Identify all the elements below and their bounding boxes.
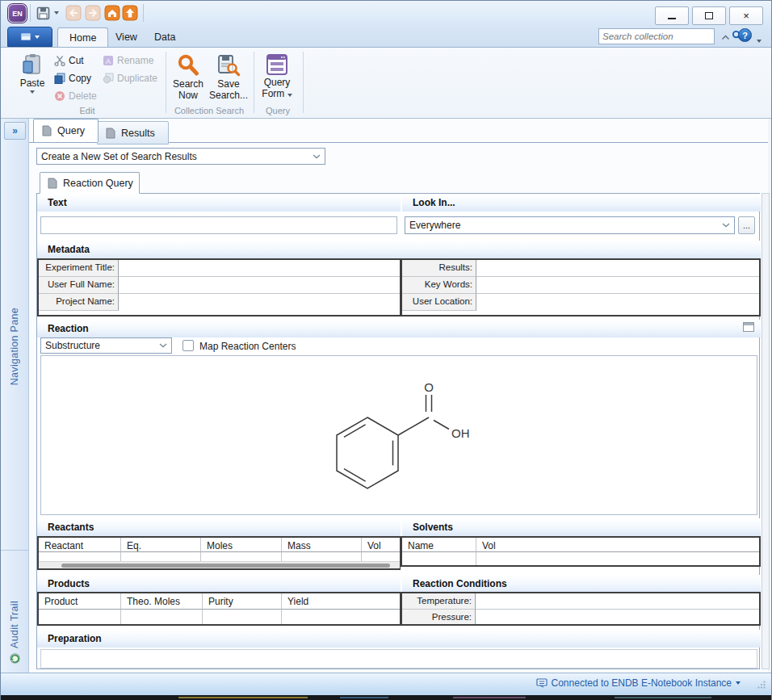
purity-cell[interactable] bbox=[203, 610, 282, 624]
tab-reaction-query[interactable]: Reaction Query bbox=[40, 172, 140, 194]
results-set-dropdown[interactable]: Create a New Set of Search Results bbox=[36, 148, 325, 165]
app-logo-text: EN bbox=[12, 10, 23, 18]
paste-button[interactable]: Paste bbox=[14, 51, 51, 112]
close-button[interactable]: × bbox=[729, 6, 763, 25]
group-separator bbox=[166, 52, 166, 113]
save-dropdown-caret-icon[interactable] bbox=[52, 5, 61, 21]
save-search-label: Save Search... bbox=[208, 79, 249, 102]
expand-navigation-icon[interactable]: » bbox=[4, 122, 26, 140]
vertical-scrollbar[interactable] bbox=[762, 193, 770, 669]
query-form-icon bbox=[266, 53, 288, 76]
search-type-value: Substructure bbox=[45, 340, 100, 351]
tab-results[interactable]: Results bbox=[97, 121, 169, 145]
connection-status[interactable]: Connected to ENDB E-Notebook Instance bbox=[536, 677, 741, 689]
rename-button[interactable]: A Rename bbox=[103, 52, 153, 69]
save-search-button[interactable]: Save Search... bbox=[208, 51, 249, 112]
project-name-label: Project Name: bbox=[39, 294, 119, 311]
reactants-horizontal-scrollbar[interactable] bbox=[39, 561, 400, 568]
save-icon[interactable] bbox=[35, 5, 51, 21]
reaction-conditions-table: Temperature: Pressure: bbox=[401, 592, 761, 626]
reactants-col-mass: Mass bbox=[282, 538, 362, 552]
home-icon[interactable] bbox=[104, 5, 120, 21]
help-dropdown-caret-icon[interactable] bbox=[757, 33, 762, 45]
look-in-dropdown[interactable]: Everywhere bbox=[405, 216, 735, 234]
results-field[interactable] bbox=[476, 260, 759, 277]
mass-cell[interactable] bbox=[282, 552, 362, 561]
tab-view[interactable]: View bbox=[104, 27, 149, 47]
main-area: Query Results Create a New Set of Search… bbox=[29, 119, 768, 673]
search-now-button[interactable]: Search Now bbox=[170, 51, 207, 112]
status-bar: Connected to ENDB E-Notebook Instance bbox=[1, 673, 771, 695]
pressure-label: Pressure: bbox=[402, 610, 476, 624]
preparation-field[interactable] bbox=[40, 649, 757, 669]
results-set-dropdown-value: Create a New Set of Search Results bbox=[41, 151, 197, 162]
products-col-yield: Yield bbox=[282, 593, 400, 610]
forward-icon[interactable] bbox=[85, 5, 101, 21]
structure-search-type-dropdown[interactable]: Substructure bbox=[40, 337, 172, 354]
look-in-browse-button[interactable]: ... bbox=[738, 216, 755, 234]
benzoic-acid-structure: O OH bbox=[41, 356, 757, 514]
solvent-name-cell[interactable] bbox=[402, 552, 476, 565]
maximize-button[interactable] bbox=[692, 6, 726, 25]
theo-moles-cell[interactable] bbox=[121, 610, 203, 624]
text-query-input[interactable] bbox=[40, 216, 397, 234]
sidebar-item-navigation-pane[interactable]: Navigation Pane bbox=[1, 143, 28, 550]
user-location-field[interactable] bbox=[476, 294, 759, 311]
scissors-icon bbox=[54, 55, 65, 66]
experiment-title-field[interactable] bbox=[119, 260, 400, 277]
collapse-ribbon-icon[interactable] bbox=[721, 31, 730, 43]
key-words-field[interactable] bbox=[476, 277, 759, 294]
tab-data[interactable]: Data bbox=[143, 27, 187, 47]
up-arrow-icon[interactable] bbox=[122, 5, 138, 21]
yield-cell[interactable] bbox=[282, 610, 400, 624]
duplicate-button[interactable]: Duplicate bbox=[103, 70, 157, 86]
temperature-field[interactable] bbox=[476, 593, 759, 610]
temperature-label: Temperature: bbox=[402, 593, 476, 610]
copy-button[interactable]: Copy bbox=[54, 70, 91, 86]
cut-button[interactable]: Cut bbox=[54, 52, 84, 69]
moles-cell[interactable] bbox=[201, 552, 282, 561]
reactant-cell[interactable] bbox=[39, 552, 121, 561]
chevron-down-icon bbox=[722, 223, 730, 228]
vol-cell[interactable] bbox=[362, 552, 400, 561]
body: » Navigation Pane Audit Trail Query Resu… bbox=[1, 119, 771, 673]
map-reaction-centers-checkbox[interactable] bbox=[183, 340, 194, 351]
metadata-filler bbox=[402, 311, 759, 315]
svg-text:A: A bbox=[106, 57, 111, 65]
minimize-button[interactable] bbox=[655, 6, 689, 25]
tab-home[interactable]: Home bbox=[57, 27, 108, 47]
metadata-filler bbox=[39, 311, 400, 315]
user-location-label: User Location: bbox=[402, 294, 476, 311]
query-form-button[interactable]: Query Form bbox=[258, 51, 296, 112]
rename-icon: A bbox=[103, 55, 114, 66]
scrollbar-thumb[interactable] bbox=[61, 564, 390, 568]
app-menu-button[interactable] bbox=[7, 27, 52, 47]
tab-query[interactable]: Query bbox=[33, 119, 99, 142]
results-label: Results: bbox=[402, 260, 476, 277]
instance-icon bbox=[536, 678, 548, 688]
sidebar-item-audit-trail[interactable]: Audit Trail bbox=[1, 550, 28, 673]
project-name-field[interactable] bbox=[119, 294, 400, 311]
back-icon[interactable] bbox=[65, 5, 82, 21]
app-logo-icon[interactable]: EN bbox=[8, 4, 27, 23]
solvent-vol-cell[interactable] bbox=[476, 552, 759, 565]
resize-grip[interactable] bbox=[757, 680, 766, 690]
metadata-table-right: Results: Key Words: User Location: bbox=[401, 258, 761, 316]
products-col-purity: Purity bbox=[203, 593, 282, 610]
product-cell[interactable] bbox=[39, 610, 121, 624]
solvents-section-header: Solvents bbox=[402, 518, 761, 536]
document-icon bbox=[42, 125, 52, 136]
close-icon: × bbox=[743, 10, 749, 22]
search-input[interactable] bbox=[599, 31, 732, 41]
products-table: Product Theo. Moles Purity Yield bbox=[37, 592, 401, 626]
help-icon[interactable]: ? bbox=[738, 28, 752, 42]
pressure-field[interactable] bbox=[476, 610, 759, 624]
look-in-section-header: Look In... bbox=[402, 194, 761, 212]
user-full-name-field[interactable] bbox=[119, 277, 400, 294]
delete-button[interactable]: Delete bbox=[54, 88, 97, 104]
eq-cell[interactable] bbox=[121, 552, 201, 561]
titlebar: EN × bbox=[1, 1, 771, 25]
popout-window-icon[interactable] bbox=[743, 322, 754, 332]
reaction-structure-canvas[interactable]: O OH bbox=[40, 355, 757, 515]
duplicate-label: Duplicate bbox=[117, 73, 157, 84]
